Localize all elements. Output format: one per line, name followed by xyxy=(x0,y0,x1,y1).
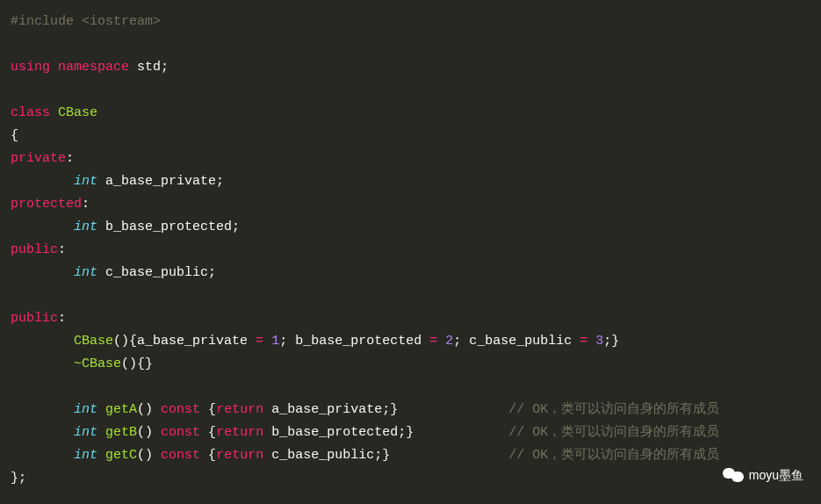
type-int: int xyxy=(74,174,97,189)
access-protected: protected xyxy=(11,197,82,212)
comment: // OK，类可以访问自身的所有成员 xyxy=(508,425,719,440)
watermark-text: moyu墨鱼 xyxy=(749,464,803,486)
access-public: public xyxy=(11,242,58,257)
type-int: int xyxy=(74,425,97,440)
watermark: moyu墨鱼 xyxy=(723,464,803,486)
comment: // OK，类可以访问自身的所有成员 xyxy=(508,448,719,463)
brace: { xyxy=(11,128,18,143)
keyword-const: const xyxy=(161,402,200,417)
wechat-icon xyxy=(723,464,744,486)
class-name: CBase xyxy=(58,105,97,120)
type-int: int xyxy=(74,220,97,234)
keyword-const: const xyxy=(161,448,200,463)
num-3: 3 xyxy=(595,334,603,349)
type-int: int xyxy=(74,402,97,417)
dtor: ~CBase xyxy=(74,356,121,371)
keyword-using: using xyxy=(11,60,50,75)
type-int: int xyxy=(74,448,97,463)
num-1: 1 xyxy=(271,334,279,349)
brace-close: }; xyxy=(11,471,26,486)
keyword-namespace: namespace xyxy=(58,60,129,75)
fn-getC: getC xyxy=(105,448,137,463)
keyword-class: class xyxy=(11,105,50,120)
fn-getA: getA xyxy=(105,402,137,417)
access-public: public xyxy=(11,311,58,326)
identifier-std: std xyxy=(137,60,161,75)
fn-getB: getB xyxy=(105,425,137,440)
comment: // OK，类可以访问自身的所有成员 xyxy=(508,402,719,417)
keyword-return: return xyxy=(216,402,263,417)
type-int: int xyxy=(74,265,97,280)
keyword-return: return xyxy=(216,448,263,463)
keyword-const: const xyxy=(161,425,200,440)
var-b: b_base_protected xyxy=(105,220,232,234)
keyword-return: return xyxy=(216,425,263,440)
num-2: 2 xyxy=(445,334,453,349)
var-c: c_base_public xyxy=(105,265,208,280)
var-a: a_base_private xyxy=(105,174,216,189)
code-block: #include <iostream> using namespace std;… xyxy=(11,11,810,490)
access-private: private xyxy=(11,151,66,166)
preprocessor: #include <iostream> xyxy=(11,14,161,29)
ctor: CBase xyxy=(74,334,113,349)
